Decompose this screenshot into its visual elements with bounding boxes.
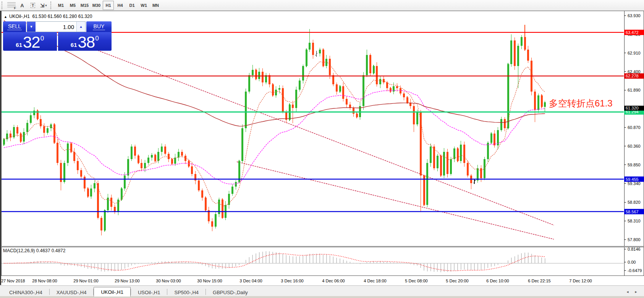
candles-layer bbox=[3, 25, 546, 235]
svg-text:5 Dec 08:00: 5 Dec 08:00 bbox=[405, 279, 427, 283]
price-axis[interactable]: 63.93063.42062.91062.40061.89061.38060.8… bbox=[624, 13, 644, 273]
macd-layer bbox=[1, 251, 624, 272]
svg-text:63.930: 63.930 bbox=[628, 13, 641, 18]
svg-text:28 Nov 08:00: 28 Nov 08:00 bbox=[32, 279, 57, 283]
tab-scroll-left-icon[interactable]: ◂ bbox=[623, 288, 632, 295]
svg-text:-0.6479: -0.6479 bbox=[628, 268, 642, 273]
application-window: F A T ⇲ ▾ M1M5M15M30H1H4D1W1MN 63.93063.… bbox=[0, 0, 644, 298]
chart-tab-sp500-h4[interactable]: SP500-,H4 bbox=[167, 288, 205, 296]
svg-text:3 Dec 04:00: 3 Dec 04:00 bbox=[239, 279, 262, 283]
svg-text:59.455: 59.455 bbox=[626, 177, 639, 182]
chart-tab-usoil-h1[interactable]: USOil-,H1 bbox=[131, 288, 167, 296]
svg-text:58.310: 58.310 bbox=[628, 219, 641, 223]
chart-title: ▲UKOil-,H1 61.530 61.560 61.280 61.320 bbox=[4, 14, 92, 19]
macd-indicator-label: MACD(12,26,9) 0.4637 0.4872 bbox=[3, 248, 65, 253]
tab-scroll-right-icon[interactable]: ▸ bbox=[632, 288, 640, 295]
svg-text:30 Nov 15:00: 30 Nov 15:00 bbox=[197, 279, 222, 283]
svg-text:58.567: 58.567 bbox=[626, 209, 639, 214]
tabs-container: CHINA300-,H4XAUUSD-,H4UKOil-,H1USOil-,H1… bbox=[2, 287, 255, 296]
svg-text:4 Dec 06:00: 4 Dec 06:00 bbox=[322, 279, 345, 283]
chart-tab-ukoil-h1[interactable]: UKOil-,H1 bbox=[94, 287, 131, 296]
collapse-arrow-icon[interactable]: ▲ bbox=[4, 15, 7, 19]
chart-tab-xauusd-h4[interactable]: XAUUSD-,H4 bbox=[50, 288, 94, 296]
chart-tab-bar: CHINA300-,H4XAUUSD-,H4UKOil-,H1USOil-,H1… bbox=[0, 285, 644, 296]
volume-stepper: ▼ ▲ bbox=[27, 21, 86, 32]
window-left-edge bbox=[0, 11, 1, 285]
svg-text:5 Dec 20:00: 5 Dec 20:00 bbox=[446, 279, 468, 283]
one-click-trading-panel: SELL ▼ ▲ BUY 61 32 0 61 38 0 bbox=[3, 21, 112, 51]
svg-text:62.278: 62.278 bbox=[626, 74, 639, 78]
svg-text:6 Dec 22:15: 6 Dec 22:15 bbox=[528, 279, 550, 283]
svg-text:6 Dec 10:00: 6 Dec 10:00 bbox=[486, 279, 509, 283]
chart-tab-china300-h4[interactable]: CHINA300-,H4 bbox=[2, 288, 49, 296]
volume-input[interactable] bbox=[36, 22, 76, 32]
svg-text:29 Nov 01:00: 29 Nov 01:00 bbox=[73, 279, 98, 283]
svg-text:63.472: 63.472 bbox=[626, 30, 639, 35]
svg-text:0.8146: 0.8146 bbox=[628, 247, 641, 251]
svg-text:0.00: 0.00 bbox=[628, 260, 636, 264]
svg-text:60.870: 60.870 bbox=[628, 125, 641, 130]
svg-text:27 Nov 2018: 27 Nov 2018 bbox=[1, 279, 25, 283]
volume-decrease-button[interactable]: ▼ bbox=[27, 22, 36, 32]
buy-button[interactable]: BUY bbox=[86, 21, 112, 32]
svg-text:30 Nov 03:00: 30 Nov 03:00 bbox=[156, 279, 181, 283]
svg-text:58.820: 58.820 bbox=[628, 200, 641, 205]
sell-price[interactable]: 61 32 0 bbox=[3, 32, 57, 51]
volume-increase-button[interactable]: ▲ bbox=[76, 22, 85, 32]
text-annotation[interactable]: 多空转折点61.3 bbox=[549, 97, 613, 110]
sell-button[interactable]: SELL bbox=[3, 21, 26, 32]
svg-text:62.910: 62.910 bbox=[628, 51, 641, 55]
svg-text:4 Dec 18:00: 4 Dec 18:00 bbox=[364, 279, 386, 283]
buy-price[interactable]: 61 38 0 bbox=[58, 32, 112, 51]
chart-tab-gbpusd-daily[interactable]: GBPUSD-,Daily bbox=[206, 288, 255, 296]
svg-text:57.800: 57.800 bbox=[628, 237, 641, 242]
symbol-period-label: UKOil-,H1 bbox=[9, 14, 30, 19]
svg-text:3 Dec 16:00: 3 Dec 16:00 bbox=[281, 279, 303, 283]
svg-text:59.850: 59.850 bbox=[628, 163, 641, 167]
svg-text:62.400: 62.400 bbox=[628, 69, 641, 74]
svg-text:7 Dec 12:00: 7 Dec 12:00 bbox=[569, 279, 592, 283]
macd-main-value: 0.4637 bbox=[36, 248, 50, 253]
macd-signal-value: 0.4872 bbox=[52, 248, 66, 253]
svg-text:61.320: 61.320 bbox=[626, 106, 639, 110]
svg-text:29 Nov 13:00: 29 Nov 13:00 bbox=[115, 279, 139, 283]
time-axis[interactable]: 27 Nov 201828 Nov 08:0029 Nov 01:0029 No… bbox=[1, 279, 592, 283]
svg-text:60.360: 60.360 bbox=[628, 144, 641, 148]
svg-text:61.890: 61.890 bbox=[628, 88, 641, 92]
ohlc-values: 61.530 61.560 61.280 61.320 bbox=[32, 14, 92, 19]
